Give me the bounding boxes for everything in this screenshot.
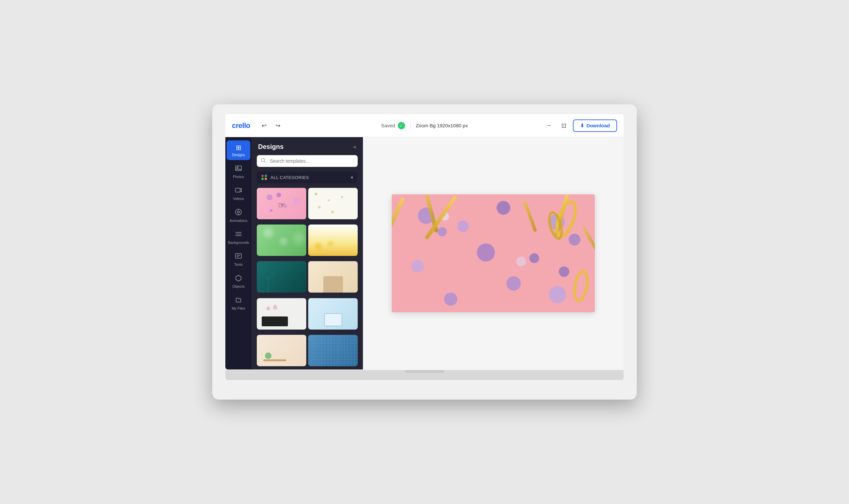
- icon-sidebar: ⊞ Designs Photos Videos: [225, 137, 252, 370]
- saved-check-icon: ✓: [398, 122, 405, 129]
- saved-label: Saved: [381, 123, 395, 128]
- sidebar-item-objects[interactable]: Objects: [227, 271, 250, 292]
- download-icon: ⬇: [580, 123, 584, 129]
- svg-rect-10: [236, 254, 241, 258]
- objects-label: Objects: [232, 284, 244, 288]
- template-card[interactable]: ☞: [257, 188, 306, 219]
- backgrounds-label: Backgrounds: [228, 240, 249, 245]
- topbar-divider: [410, 121, 411, 130]
- chevron-down-icon: ▾: [351, 175, 353, 180]
- undo-button[interactable]: ↩: [259, 120, 270, 131]
- template-card[interactable]: [257, 335, 306, 366]
- texts-icon: [235, 252, 242, 261]
- collapse-icon: «: [353, 144, 357, 150]
- download-label: Download: [586, 123, 610, 128]
- template-grid: ☞: [252, 188, 363, 370]
- template-card[interactable]: [257, 224, 306, 256]
- sidebar-item-backgrounds[interactable]: Backgrounds: [227, 227, 250, 248]
- main-layout: ⊞ Designs Photos Videos: [225, 137, 624, 370]
- svg-point-14: [261, 158, 265, 162]
- categories-dropdown[interactable]: ALL CATEGORIES ▾: [257, 172, 358, 183]
- myfiles-icon: [235, 296, 242, 305]
- template-card[interactable]: [308, 188, 358, 219]
- confetti-background: [392, 194, 595, 312]
- laptop-notch: [405, 370, 444, 373]
- template-card[interactable]: [257, 261, 306, 292]
- template-card[interactable]: [308, 261, 358, 292]
- designs-panel: Designs «: [252, 137, 363, 370]
- animations-label: Animations: [230, 219, 247, 222]
- search-input[interactable]: [257, 155, 358, 167]
- canvas-area: [363, 137, 624, 370]
- template-card[interactable]: [308, 224, 358, 256]
- photos-label: Photos: [233, 175, 244, 179]
- template-card[interactable]: [308, 335, 358, 366]
- search-icon: [261, 158, 266, 164]
- sidebar-item-myfiles[interactable]: My Files: [227, 293, 250, 313]
- designs-label: Designs: [232, 153, 245, 157]
- sidebar-item-animations[interactable]: Animations: [227, 205, 250, 226]
- redo-button[interactable]: ↪: [273, 120, 284, 131]
- sidebar-item-videos[interactable]: Videos: [227, 183, 250, 204]
- canvas-image[interactable]: [392, 194, 595, 312]
- panel-header: Designs «: [252, 137, 363, 155]
- sidebar-item-photos[interactable]: Photos: [227, 161, 250, 182]
- categories-label: ALL CATEGORIES: [271, 175, 309, 180]
- laptop-screen: crello ↩ ↪ Saved ✓ Zoom Bg 1920x1080 px …: [225, 114, 624, 370]
- myfiles-label: My Files: [232, 306, 245, 310]
- topbar-center: Saved ✓ Zoom Bg 1920x1080 px: [381, 121, 468, 130]
- share-button[interactable]: →: [543, 120, 555, 131]
- sidebar-item-designs[interactable]: ⊞ Designs: [227, 140, 250, 160]
- template-card[interactable]: [257, 298, 306, 329]
- svg-marker-13: [236, 275, 241, 281]
- categories-dots-icon: [261, 175, 267, 180]
- svg-rect-2: [236, 188, 240, 192]
- objects-icon: [235, 274, 242, 283]
- videos-icon: [235, 186, 242, 195]
- designs-icon: ⊞: [236, 144, 241, 151]
- doc-title: Zoom Bg 1920x1080 px: [416, 123, 468, 128]
- resize-icon: ⊡: [561, 122, 566, 129]
- sidebar-item-texts[interactable]: Texts: [227, 249, 250, 270]
- template-card[interactable]: [308, 298, 358, 329]
- videos-label: Videos: [233, 197, 244, 201]
- app-logo: crello: [232, 122, 250, 130]
- panel-title: Designs: [258, 143, 284, 150]
- collapse-button[interactable]: «: [353, 144, 357, 150]
- topbar-right: → ⊡ ⬇ Download: [543, 120, 617, 132]
- svg-line-15: [264, 161, 266, 163]
- topbar: crello ↩ ↪ Saved ✓ Zoom Bg 1920x1080 px …: [225, 114, 624, 137]
- undo-redo-group: ↩ ↪: [259, 120, 284, 131]
- photos-icon: [235, 165, 242, 174]
- search-box: [257, 155, 358, 167]
- share-icon: →: [546, 122, 552, 129]
- animations-icon: [235, 209, 242, 217]
- resize-button[interactable]: ⊡: [558, 120, 570, 131]
- svg-point-1: [237, 167, 238, 168]
- laptop-frame: crello ↩ ↪ Saved ✓ Zoom Bg 1920x1080 px …: [212, 104, 637, 400]
- categories-left: ALL CATEGORIES: [261, 175, 309, 180]
- texts-label: Texts: [234, 263, 243, 266]
- backgrounds-icon: [235, 230, 242, 239]
- laptop-chin: [225, 370, 624, 380]
- download-button[interactable]: ⬇ Download: [573, 120, 617, 132]
- svg-point-4: [238, 211, 239, 213]
